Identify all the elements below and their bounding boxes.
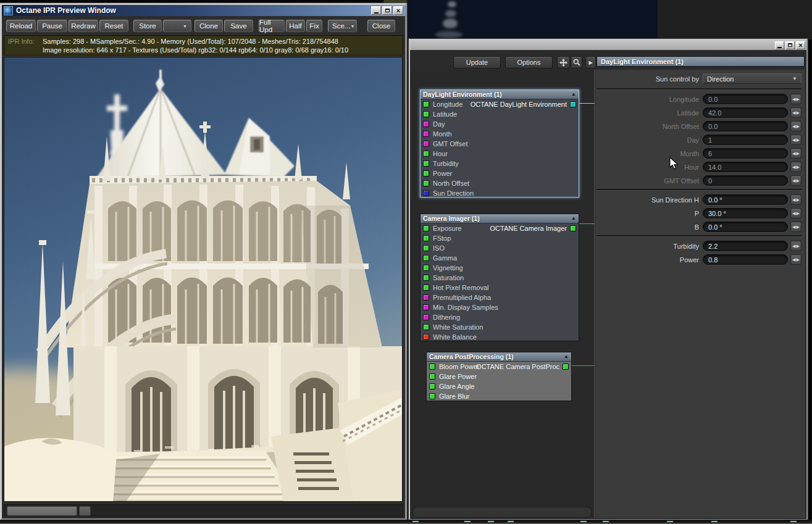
input-pin[interactable] [423,304,429,310]
stepper-right-icon[interactable]: ▶ [797,110,800,115]
stepper-left-icon[interactable]: ◀ [792,110,795,115]
input-pin[interactable] [423,265,429,271]
input-pin[interactable] [423,275,429,281]
input-pin[interactable] [423,334,429,340]
stepper[interactable]: ◀▶ [790,254,802,265]
pan-tool-button[interactable] [557,56,570,69]
value-field[interactable]: 14.0 [703,162,788,172]
close-render-button[interactable]: Close [367,20,395,32]
scene-dropdown[interactable]: Sce...▼ [328,20,357,32]
node-graph[interactable]: DayLight Environment (1) ▲ Longitude [411,70,595,518]
value-field[interactable]: 0.8 [703,254,788,265]
node-output[interactable]: OCTANE Camera PostProc [476,362,569,372]
graph-scrollbar[interactable] [412,507,592,518]
input-pin[interactable] [429,364,435,370]
input-pin[interactable] [423,245,429,251]
sun-control-dropdown[interactable]: Direction ▼ [703,73,802,84]
stepper-right-icon[interactable]: ▶ [797,211,800,216]
stepper[interactable]: ◀▶ [790,135,802,145]
node-input-row[interactable]: Vignetting [421,263,579,273]
node-camera-postprocessing[interactable]: Camera PostProcessing (1) ▲ Bloom Power [426,352,572,401]
output-pin[interactable] [570,225,576,231]
value-field[interactable]: 30.0 ° [703,208,788,218]
input-pin[interactable] [423,314,429,320]
node-input-row[interactable]: Month [421,129,579,139]
collapse-icon[interactable]: ▲ [564,354,569,359]
redraw-button[interactable]: Redraw [69,20,98,32]
fix-button[interactable]: Fix [306,20,322,32]
input-pin[interactable] [423,180,429,186]
reset-button[interactable]: Reset [99,20,128,32]
horizontal-scrollbar[interactable] [4,504,403,517]
reload-button[interactable]: Reload [6,20,36,32]
stepper-right-icon[interactable]: ▶ [797,97,800,102]
input-pin[interactable] [423,225,429,231]
node-input-row[interactable]: North Offset [421,178,579,188]
stepper-left-icon[interactable]: ◀ [792,138,795,143]
value-field[interactable]: 1 [703,135,788,145]
node-output[interactable]: OCTANE DayLight Environment [471,99,576,109]
input-pin[interactable] [423,294,429,301]
node-input-row[interactable]: ISO [421,243,579,253]
maximize-button[interactable] [785,41,795,49]
stepper[interactable]: ◀▶ [790,222,802,232]
stepper[interactable]: ◀▶ [790,148,802,159]
stepper[interactable]: ◀▶ [790,107,802,118]
value-field[interactable]: 0.0 [703,121,788,131]
update-button[interactable]: Update [453,56,501,69]
stepper-right-icon[interactable]: ▶ [797,165,800,170]
store-preset-dropdown[interactable]: ▼ [163,20,191,32]
value-field[interactable]: 0.0 ° [703,194,788,205]
stepper-left-icon[interactable]: ◀ [792,97,795,102]
stepper-right-icon[interactable]: ▶ [797,124,800,129]
input-pin[interactable] [429,393,435,399]
stepper[interactable]: ◀▶ [790,94,802,104]
node-header[interactable]: DayLight Environment (1) ▲ [421,90,579,99]
store-button[interactable]: Store [133,20,162,32]
input-pin[interactable] [423,121,429,127]
input-pin[interactable] [423,151,429,157]
full-upd-button[interactable]: Full Upd [259,20,285,32]
stepper-right-icon[interactable]: ▶ [797,138,800,143]
maximize-button[interactable] [382,6,392,15]
scrollbar-thumb[interactable] [7,506,77,516]
stepper[interactable]: ◀▶ [790,121,802,131]
node-input-row[interactable]: Min. Display Samples [421,302,579,312]
zoom-tool-button[interactable] [571,56,582,69]
output-pin[interactable] [563,364,569,370]
node-input-row[interactable]: FStop [421,233,579,243]
value-field[interactable]: 6 [703,148,788,159]
close-button[interactable]: × [796,41,805,49]
stepper-left-icon[interactable]: ◀ [792,165,795,170]
node-input-row[interactable]: Hot Pixel Removal [421,283,579,293]
value-field[interactable]: 2.2 [703,241,788,251]
input-pin[interactable] [423,141,429,147]
minimize-button[interactable] [371,6,381,15]
input-pin[interactable] [429,383,435,389]
stepper-right-icon[interactable]: ▶ [797,244,800,249]
node-input-row[interactable]: Premultiplied Alpha [421,293,579,302]
scrollbar-button[interactable] [79,506,91,516]
stepper-left-icon[interactable]: ◀ [792,211,795,216]
save-button[interactable]: Save [224,20,253,32]
minimize-button[interactable] [775,41,784,49]
collapse-icon[interactable]: ▲ [571,216,576,221]
stepper-right-icon[interactable]: ▶ [797,225,800,230]
node-input-row[interactable]: GMT Offset [421,139,579,149]
input-pin[interactable] [423,285,429,291]
node-input-row[interactable]: Sun Direction [421,188,579,198]
stepper-right-icon[interactable]: ▶ [797,198,800,202]
input-pin[interactable] [423,111,429,117]
input-pin[interactable] [423,101,429,107]
render-viewport[interactable] [4,57,403,502]
clone-button[interactable]: Clone [195,20,223,32]
stepper-left-icon[interactable]: ◀ [792,151,795,156]
collapse-icon[interactable]: ▲ [571,92,576,97]
stepper[interactable]: ◀▶ [790,175,802,186]
value-field[interactable]: 0.0 [703,94,788,104]
output-pin[interactable] [570,101,576,107]
node-input-row[interactable]: Gamma [421,253,579,263]
node-daylight-environment[interactable]: DayLight Environment (1) ▲ Longitude [420,89,579,198]
input-pin[interactable] [423,190,429,196]
node-header[interactable]: Camera Imager (1) ▲ [421,214,579,223]
